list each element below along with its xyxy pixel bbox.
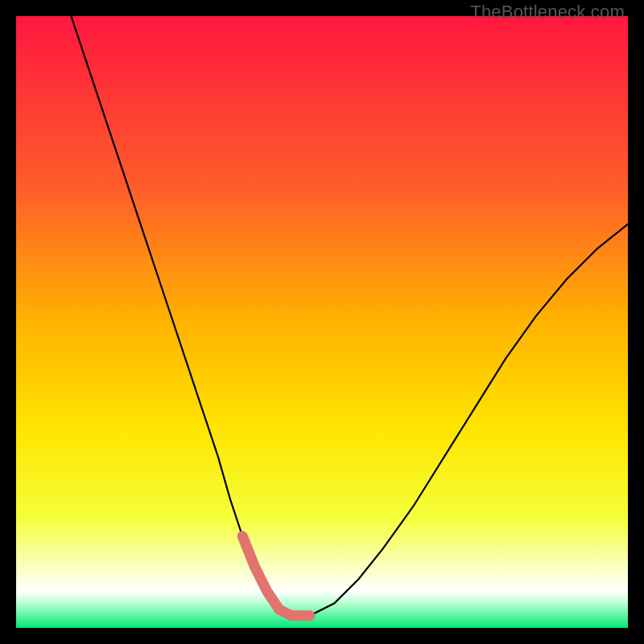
highlight-point [287, 611, 296, 621]
chart-plot [16, 16, 628, 628]
highlight-point [262, 586, 272, 596]
chart-frame [16, 16, 628, 628]
highlight-point [275, 605, 284, 614]
gradient-background [16, 16, 628, 628]
highlight-point [250, 562, 259, 572]
watermark-text: TheBottleneck.com [470, 2, 625, 23]
highlight-point [237, 531, 247, 541]
highlight-point [305, 611, 315, 621]
